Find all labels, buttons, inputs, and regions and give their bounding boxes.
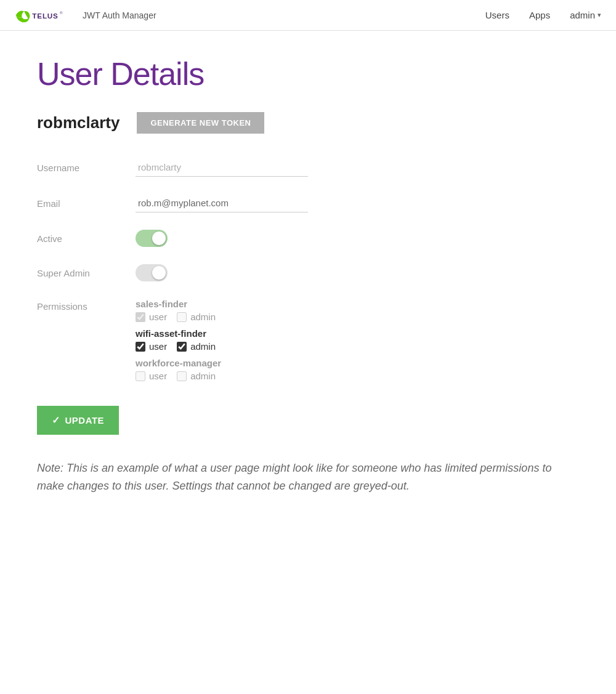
nav-links: Users Apps admin ▾ bbox=[485, 10, 601, 20]
checkbox-sales-finder-admin: admin bbox=[177, 312, 216, 322]
permission-app-sales-finder: sales-finder user admin bbox=[136, 299, 221, 322]
note-text: Note: This is an example of what a user … bbox=[37, 459, 579, 495]
checkboxes-sales-finder: user admin bbox=[136, 312, 221, 322]
app-name-workforce-manager: workforce-manager bbox=[136, 358, 221, 368]
checkmark-icon: ✓ bbox=[52, 414, 60, 426]
active-toggle[interactable] bbox=[136, 230, 168, 247]
checkbox-sales-finder-user: user bbox=[136, 312, 167, 322]
permissions-content: sales-finder user admin wifi-asset-finde… bbox=[136, 299, 221, 381]
navbar: TELUS ® JWT Auth Manager Users Apps admi… bbox=[0, 0, 616, 31]
checkbox-wifi-admin[interactable]: admin bbox=[177, 341, 216, 352]
app-title: JWT Auth Manager bbox=[83, 10, 156, 20]
active-field-row: Active bbox=[37, 230, 579, 247]
username-row: robmclarty GENERATE NEW TOKEN bbox=[37, 112, 579, 134]
update-button[interactable]: ✓ UPDATE bbox=[37, 406, 119, 435]
logo-area: TELUS ® JWT Auth Manager bbox=[15, 6, 156, 25]
super-admin-toggle bbox=[136, 264, 168, 281]
admin-label: admin bbox=[570, 10, 595, 20]
active-label: Active bbox=[37, 233, 136, 244]
username-field-row: Username bbox=[37, 158, 579, 177]
super-admin-field-row: Super Admin bbox=[37, 264, 579, 281]
checkbox-wifi-user[interactable]: user bbox=[136, 341, 167, 352]
main-content: User Details robmclarty GENERATE NEW TOK… bbox=[0, 31, 616, 532]
permission-app-workforce-manager: workforce-manager user admin bbox=[136, 358, 221, 381]
active-toggle-slider bbox=[136, 230, 168, 247]
checkbox-workforce-admin: admin bbox=[177, 371, 216, 381]
email-label: Email bbox=[37, 198, 136, 209]
checkbox-sales-finder-admin-label: admin bbox=[190, 312, 216, 322]
checkbox-workforce-admin-input bbox=[177, 371, 187, 381]
super-admin-toggle-slider bbox=[136, 264, 168, 281]
super-admin-label: Super Admin bbox=[37, 268, 136, 278]
update-button-label: UPDATE bbox=[65, 415, 105, 426]
app-name-sales-finder: sales-finder bbox=[136, 299, 221, 309]
nav-link-users[interactable]: Users bbox=[485, 10, 509, 20]
nav-link-apps[interactable]: Apps bbox=[529, 10, 550, 20]
svg-text:TELUS: TELUS bbox=[32, 12, 58, 20]
generate-token-button[interactable]: GENERATE NEW TOKEN bbox=[137, 112, 264, 134]
username-display: robmclarty bbox=[37, 113, 120, 132]
checkbox-sales-finder-user-label: user bbox=[149, 312, 167, 322]
permissions-label: Permissions bbox=[37, 299, 136, 312]
email-input[interactable] bbox=[136, 194, 308, 212]
checkbox-workforce-user-label: user bbox=[149, 371, 167, 381]
checkbox-workforce-user: user bbox=[136, 371, 167, 381]
username-label: Username bbox=[37, 163, 136, 173]
checkbox-sales-finder-user-input bbox=[136, 312, 145, 322]
checkbox-wifi-admin-label: admin bbox=[190, 341, 216, 352]
checkbox-wifi-user-label: user bbox=[149, 341, 167, 352]
username-input bbox=[136, 158, 308, 177]
checkbox-sales-finder-admin-input bbox=[177, 312, 187, 322]
app-name-wifi-asset-finder: wifi-asset-finder bbox=[136, 328, 221, 339]
page-title: User Details bbox=[37, 55, 579, 92]
checkbox-wifi-admin-input[interactable] bbox=[177, 342, 187, 352]
permissions-row: Permissions sales-finder user admin bbox=[37, 299, 579, 381]
checkboxes-wifi-asset-finder: user admin bbox=[136, 341, 221, 352]
admin-menu[interactable]: admin ▾ bbox=[570, 10, 601, 20]
telus-logo: TELUS ® bbox=[15, 6, 76, 25]
permission-app-wifi-asset-finder: wifi-asset-finder user admin bbox=[136, 328, 221, 352]
email-field-row: Email bbox=[37, 194, 579, 212]
chevron-down-icon: ▾ bbox=[598, 11, 601, 19]
checkbox-workforce-admin-label: admin bbox=[190, 371, 216, 381]
checkbox-workforce-user-input bbox=[136, 371, 145, 381]
checkboxes-workforce-manager: user admin bbox=[136, 371, 221, 381]
checkbox-wifi-user-input[interactable] bbox=[136, 342, 145, 352]
svg-text:®: ® bbox=[60, 11, 63, 15]
